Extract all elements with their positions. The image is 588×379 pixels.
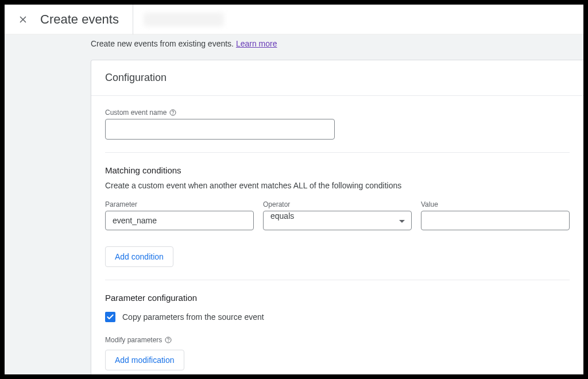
card-title: Configuration [105, 72, 570, 84]
custom-event-name-label-text: Custom event name [105, 109, 167, 117]
svg-point-3 [173, 114, 173, 115]
operator-label: Operator [263, 200, 412, 208]
intro-row: Create new events from existing events. … [91, 39, 583, 48]
help-icon[interactable] [164, 336, 172, 344]
operator-select[interactable]: equals [263, 211, 412, 230]
help-icon[interactable] [169, 109, 177, 117]
modify-parameters-label-text: Modify parameters [105, 336, 162, 344]
value-label: Value [421, 200, 570, 208]
matching-conditions-title: Matching conditions [105, 165, 570, 175]
custom-event-name-input[interactable] [105, 119, 335, 140]
copy-parameters-label: Copy parameters from the source event [122, 312, 264, 322]
copy-parameters-checkbox[interactable] [105, 312, 115, 322]
matching-conditions-subtitle: Create a custom event when another event… [105, 181, 570, 190]
custom-event-section: Custom event name [91, 96, 583, 152]
learn-more-link[interactable]: Learn more [236, 39, 277, 48]
svg-point-5 [168, 342, 169, 342]
parameter-label: Parameter [105, 200, 254, 208]
parameter-configuration-title: Parameter configuration [105, 293, 570, 303]
card-header: Configuration [91, 60, 583, 96]
condition-row: Parameter Operator equals Value [105, 200, 570, 230]
parameter-configuration-section: Parameter configuration Copy parameters … [91, 280, 583, 374]
header-context-redacted [144, 13, 224, 26]
matching-conditions-section: Matching conditions Create a custom even… [91, 153, 583, 280]
modify-parameters-label: Modify parameters [105, 336, 570, 344]
content-area: Create new events from existing events. … [5, 34, 583, 374]
parameter-input[interactable] [105, 211, 254, 230]
custom-event-name-label: Custom event name [105, 109, 570, 117]
configuration-card: Configuration Custom event name Matching… [91, 60, 583, 374]
checkmark-icon [106, 313, 114, 321]
close-icon [18, 14, 28, 25]
add-modification-button[interactable]: Add modification [105, 350, 184, 370]
intro-text: Create new events from existing events. [91, 39, 236, 48]
value-input[interactable] [421, 211, 570, 230]
add-condition-button[interactable]: Add condition [105, 246, 173, 267]
close-button[interactable] [16, 13, 30, 26]
copy-parameters-row: Copy parameters from the source event [105, 312, 570, 322]
page-title: Create events [40, 5, 133, 34]
page-header: Create events [5, 5, 583, 34]
